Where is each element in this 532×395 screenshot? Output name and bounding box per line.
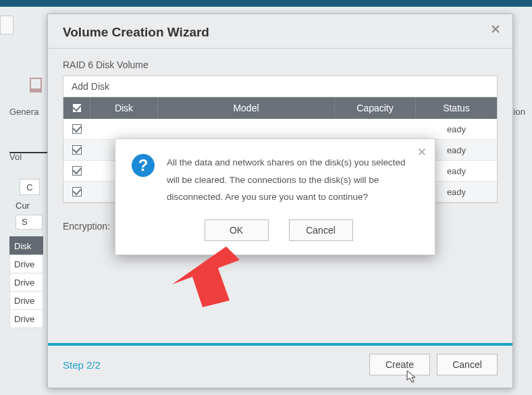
bg-general-tab: Genera Vol bbox=[9, 88, 43, 162]
app-titlebar bbox=[0, 0, 532, 7]
wizard-footer: Step 2/2 Create Cancel bbox=[48, 343, 512, 388]
bg-drive-row: Drive bbox=[9, 309, 43, 328]
row-checkbox[interactable] bbox=[72, 166, 82, 176]
bg-toolbar-button bbox=[0, 16, 14, 34]
confirm-dialog: ? All the data and network shares on the… bbox=[115, 138, 435, 255]
confirm-close-icon[interactable] bbox=[417, 146, 427, 158]
bg-disk-header: Disk bbox=[9, 236, 43, 255]
bg-drive-row: Drive bbox=[9, 273, 43, 292]
bg-cur-label: Cur bbox=[16, 201, 30, 211]
header-disk: Disk bbox=[90, 97, 158, 119]
bg-general-label: Genera bbox=[9, 107, 43, 117]
row-checkbox[interactable] bbox=[72, 145, 82, 155]
confirm-message: All the data and network shares on the d… bbox=[167, 154, 419, 206]
select-all-checkbox[interactable] bbox=[72, 103, 82, 113]
step-indicator: Step 2/2 bbox=[63, 359, 101, 371]
volume-type-label: RAID 6 Disk Volume bbox=[63, 59, 498, 70]
row-status: eady bbox=[416, 124, 497, 134]
wizard-close-icon[interactable] bbox=[489, 24, 502, 36]
header-model: Model bbox=[158, 97, 335, 119]
bg-c-button: C bbox=[20, 179, 40, 195]
add-disk-label: Add Disk bbox=[63, 76, 497, 97]
wizard-cancel-button[interactable]: Cancel bbox=[437, 354, 498, 375]
question-icon: ? bbox=[132, 154, 155, 177]
ok-button[interactable]: OK bbox=[205, 219, 269, 241]
header-checkbox-cell[interactable] bbox=[63, 97, 90, 119]
header-capacity: Capacity bbox=[335, 97, 416, 119]
table-row[interactable]: eady bbox=[63, 119, 497, 140]
create-button[interactable]: Create bbox=[369, 354, 430, 375]
bg-drive-row: Drive bbox=[9, 291, 43, 310]
table-header: Disk Model Capacity Status bbox=[63, 97, 497, 119]
wizard-title: Volume Creation Wizard bbox=[63, 25, 498, 40]
header-status: Status bbox=[416, 97, 497, 119]
confirm-cancel-button[interactable]: Cancel bbox=[289, 219, 353, 241]
bg-drive-row: Drive bbox=[9, 255, 43, 273]
row-checkbox[interactable] bbox=[72, 187, 82, 196]
bg-s-button: S bbox=[16, 215, 43, 230]
wizard-header: Volume Creation Wizard bbox=[48, 14, 512, 49]
bg-vol-label: Vol bbox=[9, 152, 43, 162]
bg-drive-list: Disk Drive Drive Drive Drive bbox=[9, 237, 43, 328]
row-checkbox[interactable] bbox=[72, 124, 82, 134]
